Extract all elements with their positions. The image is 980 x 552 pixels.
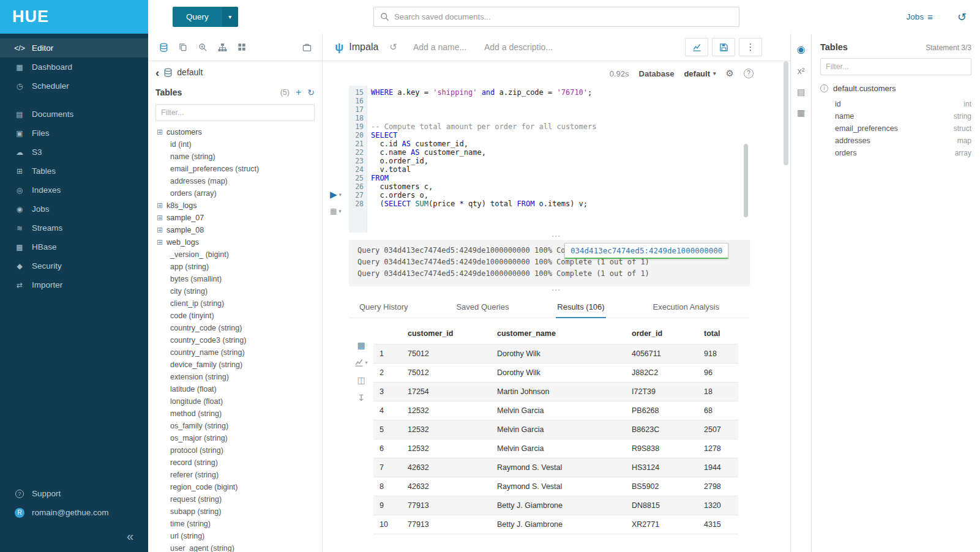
table-item[interactable]: ⊞k8s_logs [148,200,322,212]
add-table-icon[interactable]: + [296,88,301,97]
column-item[interactable]: id (int) [148,138,322,151]
query-history-icon[interactable]: ↺ [389,42,397,53]
active-table-name[interactable]: default.customers [833,84,896,93]
sitemap-button[interactable] [214,39,230,55]
sidebar-item-user[interactable]: R romain@gethue.com [0,503,148,522]
schedule-button[interactable]: ▦ [797,108,805,117]
column-item[interactable]: method (string) [148,408,322,420]
sidebar-item-indexes[interactable]: ◎Indexes [0,181,148,200]
sidebar-item-editor[interactable]: </>Editor [0,39,148,58]
column-item[interactable]: protocol (string) [148,444,322,457]
tab-query-history[interactable]: Query History [358,296,409,318]
table-item[interactable]: ⊞sample_08 [148,224,322,236]
tab-saved-queries[interactable]: Saved Queries [455,296,510,318]
zoom-in-button[interactable] [195,39,211,55]
query-name-input[interactable] [413,42,474,52]
column-item[interactable]: record (string) [148,457,322,469]
column-item[interactable]: device_family (string) [148,359,322,371]
sidebar-item-files[interactable]: ▣Files [0,124,148,143]
apps-button[interactable] [234,39,250,55]
column-item[interactable]: ordersarray [820,147,971,159]
query-description-input[interactable] [484,42,564,52]
grid-button[interactable]: ▦ [357,340,365,350]
collapse-sidebar-button[interactable]: « [0,522,148,548]
column-header[interactable]: order_id [626,323,698,344]
column-header[interactable]: customer_name [491,323,626,344]
execute-button[interactable]: ▶ [330,190,337,199]
save-button[interactable] [712,38,735,56]
back-icon[interactable]: ‹ [155,67,159,78]
assistant-button[interactable]: ◉ [797,43,806,55]
resize-handle[interactable]: ⋯ [323,233,790,240]
column-item[interactable]: latitude (float) [148,383,322,395]
query-button-label[interactable]: Query [173,7,222,27]
sidebar-item-jobs[interactable]: ◉Jobs [0,200,148,218]
column-item[interactable]: subapp (string) [148,505,322,518]
sidebar-item-importer[interactable]: ⇄Importer [0,275,148,294]
database-breadcrumb[interactable]: default [177,67,203,77]
table-item[interactable]: ⊞sample_07 [148,212,322,224]
column-item[interactable]: client_ip (string) [148,297,322,310]
table-filter-input[interactable] [155,104,315,121]
sidebar-item-security[interactable]: ◆Security [0,256,148,275]
column-item[interactable]: addressesmap [820,135,971,147]
copy-button[interactable] [175,39,191,55]
info-icon[interactable]: i [820,84,828,92]
database-dropdown[interactable]: default ▾ [684,69,716,78]
code-editor[interactable]: ▶ ▾ ▦ ▾ 1516171819202122232425262728 WHE… [323,86,790,233]
column-item[interactable]: bytes (smallint) [148,273,322,285]
column-item[interactable]: code (tinyint) [148,310,322,322]
column-item[interactable]: idint [820,98,971,110]
column-item[interactable]: os_family (string) [148,420,322,432]
column-item[interactable]: user_agent (string) [148,542,322,552]
query-button[interactable]: Query ▾ [173,7,238,27]
column-item[interactable]: name (string) [148,151,322,163]
column-header[interactable]: total [698,323,738,344]
sidebar-item-s3[interactable]: ☁S3 [0,143,148,162]
column-item[interactable]: addresses (map) [148,175,322,187]
column-item[interactable]: orders (array) [148,187,322,200]
main-scrollbar[interactable] [784,61,788,165]
database-button[interactable] [155,39,171,55]
column-item[interactable]: email_preferencesstruct [820,122,971,135]
refresh-icon[interactable]: ↻ [307,88,315,97]
active-table-row[interactable]: i default.customers [820,84,971,93]
tab-results-106[interactable]: Results (106) [556,296,605,318]
functions-button[interactable]: x² [798,66,805,76]
column-item[interactable]: request (string) [148,493,322,505]
right-filter-input[interactable] [820,58,971,75]
editor-scrollbar[interactable] [744,144,748,217]
briefcase-icon[interactable] [299,39,315,55]
sidebar-item-support[interactable]: ? Support [0,484,148,503]
column-item[interactable]: app (string) [148,261,322,273]
column-item[interactable]: time (string) [148,518,322,530]
more-actions-button[interactable]: ⋮ [739,38,762,56]
hue-logo[interactable]: HUE [0,0,148,34]
column-item[interactable]: longitude (float) [148,395,322,408]
sidebar-item-tables[interactable]: ⊞Tables [0,162,148,181]
settings-gear-icon[interactable]: ⚙ [726,68,734,79]
column-item[interactable]: country_code (string) [148,322,322,334]
download-button[interactable]: ↧ [357,393,365,403]
chart-button[interactable] [685,38,708,56]
chart-button[interactable]: ▾ [354,358,367,367]
column-item[interactable]: namestring [820,110,971,122]
column-header[interactable]: customer_id [402,323,491,344]
column-item[interactable]: url (string) [148,530,322,542]
query-dropdown-caret[interactable]: ▾ [222,7,238,27]
column-item[interactable]: os_major (string) [148,432,322,444]
sidebar-item-dashboard[interactable]: ▦Dashboard [0,58,148,76]
jobs-button[interactable]: Jobs ≡ [907,12,933,22]
search-input[interactable] [394,12,733,21]
tab-execution-analysis[interactable]: Execution Analysis [652,296,720,318]
columns-button[interactable]: ◫ [357,375,365,385]
column-item[interactable]: email_preferences (struct) [148,163,322,175]
column-item[interactable]: _version_ (bigint) [148,248,322,261]
sidebar-item-hbase[interactable]: ▩HBase [0,237,148,256]
editor-grid-control[interactable]: ▦ ▾ [330,207,342,215]
history-icon[interactable]: ↺ [957,10,967,24]
reference-button[interactable]: ▤ [797,87,805,97]
column-item[interactable]: region_code (bigint) [148,481,322,493]
table-item[interactable]: ⊞web_logs [148,236,322,248]
sidebar-item-scheduler[interactable]: ◷Scheduler [0,76,148,95]
